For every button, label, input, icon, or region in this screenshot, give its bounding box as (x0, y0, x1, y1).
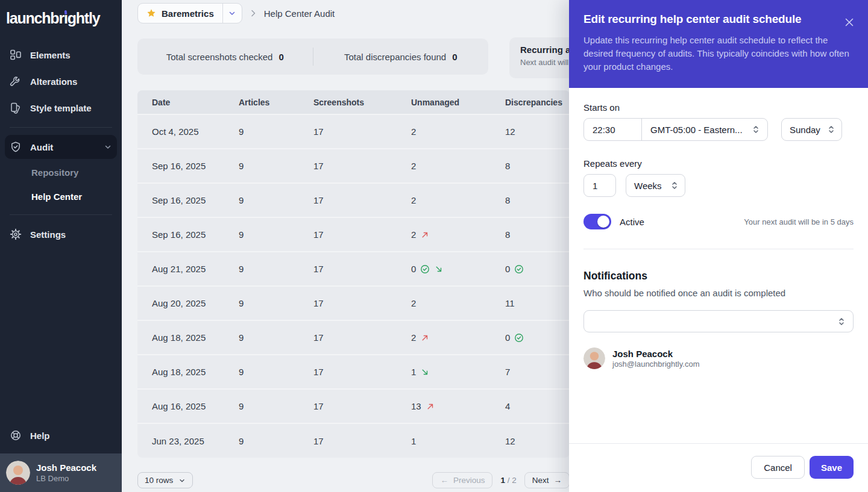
screenshots-cell: 17 (299, 389, 397, 423)
project-name: Baremetrics (162, 8, 214, 19)
sidebar-item-label: Style template (30, 103, 92, 113)
articles-cell: 9 (224, 217, 299, 252)
chevron-updown-icon (752, 125, 760, 134)
table-row[interactable]: Oct 4, 2025917212 (137, 114, 570, 149)
sidebar-item-label: Elements (30, 50, 71, 60)
table-row[interactable]: Aug 20, 2025917211 (137, 286, 570, 320)
notification-user-item[interactable]: Josh Peacock josh@launchbrightly.com (583, 347, 854, 369)
discrepancies-cell: 0 (491, 320, 570, 355)
sidebar-item-help[interactable]: Help (5, 423, 117, 447)
page-title: Help Center Audit (264, 8, 335, 19)
repeats-every-label: Repeats every (583, 158, 854, 169)
section-divider (583, 249, 854, 249)
discrepancies-cell: 8 (491, 183, 570, 217)
unmanaged-cell: 2 (397, 286, 491, 320)
table-row[interactable]: Sep 16, 202591728 (137, 217, 570, 252)
table-header-row: DateArticlesScreenshotsUnmanagedDiscrepa… (137, 90, 570, 114)
sidebar-item-repository[interactable]: Repository (0, 160, 122, 184)
repeat-count-input[interactable]: 1 (583, 174, 616, 197)
discrepancies-cell: 7 (491, 355, 570, 389)
sidebar-item-style-template[interactable]: Style template (5, 96, 117, 120)
alterations-icon (10, 75, 22, 87)
table-row[interactable]: Aug 18, 202591717 (137, 355, 570, 389)
drawer-footer: Cancel Save (569, 443, 868, 492)
star-icon (146, 8, 156, 18)
audit-history-table: DateArticlesScreenshotsUnmanagedDiscrepa… (137, 90, 570, 458)
user-profile[interactable]: Josh Peacock LB Demo (0, 453, 122, 492)
starts-on-label: Starts on (583, 102, 854, 113)
articles-cell: 9 (224, 423, 299, 458)
save-button[interactable]: Save (810, 456, 854, 479)
table-row[interactable]: Jun 23, 2025917112 (137, 423, 570, 458)
unmanaged-cell: 2 (397, 114, 491, 149)
repeat-unit-select[interactable]: Weeks (626, 174, 685, 197)
sidebar-item-alterations[interactable]: Alterations (5, 69, 117, 93)
date-cell: Sep 16, 2025 (137, 149, 224, 183)
date-cell: Aug 18, 2025 (137, 355, 224, 389)
sidebar-item-settings[interactable]: Settings (5, 222, 117, 246)
next-page-button[interactable]: Next → (524, 472, 570, 488)
previous-page-button[interactable]: ← Previous (432, 472, 492, 488)
day-select[interactable]: Sunday (781, 118, 842, 141)
chevron-down-icon[interactable] (222, 4, 242, 23)
column-header: Screenshots (299, 90, 397, 114)
screenshots-cell: 17 (299, 183, 397, 217)
stat-value: 0 (278, 52, 283, 62)
discrepancies-cell: 12 (491, 114, 570, 149)
sidebar-item-help-center[interactable]: Help Center (0, 184, 122, 208)
unmanaged-cell: 2 (397, 217, 491, 252)
chevron-updown-icon (827, 125, 835, 134)
trend-down-icon (434, 264, 444, 274)
trend-up-icon (426, 402, 435, 411)
chevron-down-icon (104, 143, 112, 151)
table-row[interactable]: Sep 16, 202591728 (137, 183, 570, 217)
rows-per-page-select[interactable]: 10 rows (137, 472, 193, 488)
column-header: Articles (224, 90, 299, 114)
date-cell: Sep 16, 2025 (137, 217, 224, 252)
stat-discrepancies-found: Total discrepancies found0 (313, 52, 489, 62)
check-circle-icon (514, 333, 524, 343)
screenshots-cell: 17 (299, 217, 397, 252)
table-row[interactable]: Aug 21, 202591700 (137, 252, 570, 286)
table-row[interactable]: Aug 18, 202591720 (137, 320, 570, 355)
audit-shield-icon (10, 141, 22, 153)
date-cell: Aug 18, 2025 (137, 320, 224, 355)
sidebar-item-audit[interactable]: Audit (5, 135, 117, 159)
chevron-updown-icon (670, 181, 679, 190)
screenshots-cell: 17 (299, 355, 397, 389)
help-lifebuoy-icon (10, 429, 22, 441)
trend-down-icon (420, 367, 430, 377)
unmanaged-cell: 2 (397, 149, 491, 183)
screenshots-cell: 17 (299, 114, 397, 149)
avatar (583, 347, 605, 369)
date-cell: Oct 4, 2025 (137, 114, 224, 149)
project-switcher[interactable]: Baremetrics (137, 3, 242, 23)
unmanaged-cell: 0 (397, 252, 491, 286)
timezone-select[interactable]: GMT-05:00 - Eastern... (642, 119, 767, 140)
table-row[interactable]: Aug 16, 2025917134 (137, 389, 570, 423)
start-time-input[interactable]: 22:30 (584, 119, 642, 140)
unmanaged-cell: 2 (397, 183, 491, 217)
check-circle-icon (514, 264, 524, 274)
date-cell: Jun 23, 2025 (137, 423, 224, 458)
sidebar-item-elements[interactable]: Elements (5, 43, 117, 67)
user-name: Josh Peacock (36, 462, 96, 474)
notification-recipients-select[interactable] (583, 310, 854, 332)
close-icon[interactable] (841, 14, 857, 30)
arrow-left-icon: ← (440, 476, 448, 485)
notifications-subheading: Who should be notified once an audit is … (583, 288, 854, 298)
articles-cell: 9 (224, 252, 299, 286)
chevron-right-icon (248, 8, 258, 18)
articles-cell: 9 (224, 114, 299, 149)
unmanaged-cell: 1 (397, 355, 491, 389)
cancel-button[interactable]: Cancel (751, 456, 805, 479)
column-header: Date (137, 90, 224, 114)
active-toggle[interactable] (583, 214, 611, 229)
app-logo: launchbrıghtly (0, 0, 122, 42)
date-cell: Aug 21, 2025 (137, 252, 224, 286)
notifications-heading: Notifications (583, 270, 854, 282)
sidebar: launchbrıghtly Elements Alterations Styl… (0, 0, 122, 492)
notification-user-email: josh@launchbrightly.com (612, 360, 699, 369)
table-row[interactable]: Sep 16, 202591728 (137, 149, 570, 183)
articles-cell: 9 (224, 183, 299, 217)
